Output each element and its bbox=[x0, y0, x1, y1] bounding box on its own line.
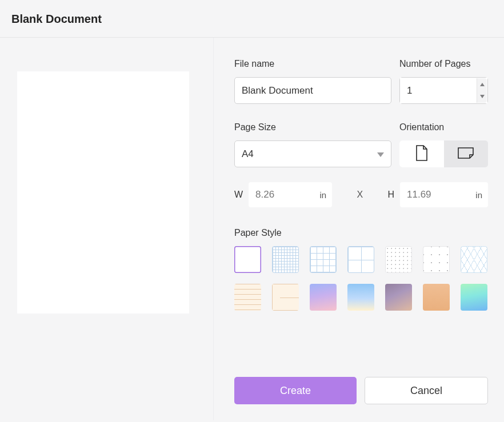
form-panel: File name Number of Pages Page Size A4 bbox=[214, 38, 504, 420]
width-label: W bbox=[234, 190, 243, 200]
page-preview bbox=[17, 71, 189, 314]
height-label: H bbox=[387, 190, 394, 200]
portrait-page-icon bbox=[415, 145, 428, 163]
paper-style-grid bbox=[234, 246, 488, 311]
paper-style-grid-medium[interactable] bbox=[310, 246, 337, 273]
orientation-toggle bbox=[399, 140, 488, 167]
page-size-value: A4 bbox=[242, 148, 377, 160]
paper-style-lined-beige[interactable] bbox=[234, 284, 261, 311]
create-button[interactable]: Create bbox=[234, 377, 357, 404]
width-input-wrap: in bbox=[249, 182, 332, 207]
height-unit: in bbox=[475, 190, 482, 200]
paper-style-grid-large[interactable] bbox=[347, 246, 374, 273]
page-size-label: Page Size bbox=[234, 122, 391, 132]
paper-style-gradient-lavender[interactable] bbox=[310, 284, 337, 311]
orientation-portrait[interactable] bbox=[399, 140, 444, 167]
chevron-down-icon bbox=[377, 149, 384, 159]
paper-style-gradient-sky[interactable] bbox=[347, 284, 374, 311]
dialog-title: Blank Document bbox=[11, 13, 493, 26]
file-name-input[interactable] bbox=[234, 77, 391, 104]
dialog-body: File name Number of Pages Page Size A4 bbox=[0, 38, 504, 420]
width-input[interactable] bbox=[255, 189, 319, 200]
page-size-select[interactable]: A4 bbox=[234, 140, 391, 167]
orientation-landscape[interactable] bbox=[444, 140, 489, 167]
paper-style-manuscript-beige[interactable] bbox=[272, 284, 299, 311]
landscape-page-icon bbox=[458, 147, 474, 162]
dialog-header: Blank Document bbox=[0, 0, 504, 38]
paper-style-dots-large[interactable] bbox=[423, 246, 450, 273]
paper-style-dots-small[interactable] bbox=[385, 246, 412, 273]
dialog-footer: Create Cancel bbox=[234, 377, 488, 404]
width-unit: in bbox=[319, 190, 326, 200]
pages-decrement[interactable] bbox=[477, 91, 487, 103]
paper-style-solid-tan[interactable] bbox=[423, 284, 450, 311]
height-input-wrap: in bbox=[400, 182, 488, 207]
file-name-label: File name bbox=[234, 59, 391, 69]
pages-increment[interactable] bbox=[477, 78, 487, 91]
paper-style-gradient-dusk[interactable] bbox=[385, 284, 412, 311]
pages-spinner bbox=[477, 78, 487, 103]
cancel-button[interactable]: Cancel bbox=[365, 377, 488, 404]
paper-style-grid-small[interactable] bbox=[272, 246, 299, 273]
paper-style-isometric[interactable] bbox=[461, 246, 487, 273]
pages-input[interactable] bbox=[400, 78, 487, 103]
paper-style-label: Paper Style bbox=[234, 228, 488, 238]
paper-style-blank[interactable] bbox=[234, 246, 261, 273]
dimension-separator: X bbox=[338, 190, 382, 200]
height-input[interactable] bbox=[407, 189, 475, 200]
preview-panel bbox=[0, 38, 214, 420]
paper-style-gradient-mint-blue[interactable] bbox=[461, 284, 487, 311]
orientation-label: Orientation bbox=[399, 122, 488, 132]
pages-label: Number of Pages bbox=[399, 59, 488, 69]
